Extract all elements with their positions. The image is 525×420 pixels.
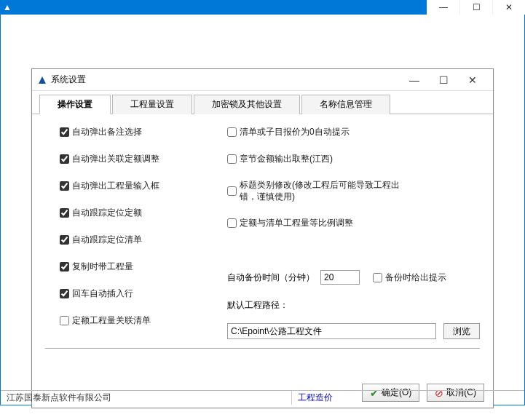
option-backup-prompt[interactable]: 备份时给出提示 bbox=[373, 272, 446, 284]
option-label: 章节金额输出取整(江西) bbox=[240, 153, 333, 165]
checkbox[interactable] bbox=[60, 127, 69, 137]
checkbox[interactable] bbox=[60, 208, 69, 218]
option-auto-track-quota[interactable]: 自动跟踪定位定额 bbox=[60, 207, 213, 219]
outer-window-controls: — ☐ ✕ bbox=[427, 0, 525, 15]
option-chapter-amount-round[interactable]: 章节金额输出取整(江西) bbox=[227, 153, 480, 165]
dialog-window-controls: — ☐ ✕ bbox=[400, 70, 487, 90]
browse-button[interactable]: 浏览 bbox=[443, 323, 480, 339]
tab-label: 操作设置 bbox=[58, 99, 92, 109]
close-button[interactable]: ✕ bbox=[492, 0, 525, 15]
option-label: 定额与清单工程量等比例调整 bbox=[240, 217, 353, 229]
option-label: 自动跟踪定位定额 bbox=[72, 207, 142, 219]
tab-label: 名称信息管理 bbox=[320, 99, 372, 109]
option-label: 回车自动插入行 bbox=[72, 288, 133, 300]
tab-quantity-settings[interactable]: 工程量设置 bbox=[112, 95, 192, 114]
checkbox[interactable] bbox=[227, 127, 237, 137]
option-zero-price-prompt[interactable]: 清单或子目报价为0自动提示 bbox=[227, 126, 480, 138]
checkbox[interactable] bbox=[60, 181, 69, 191]
option-label: 自动弹出工程量输入框 bbox=[72, 180, 159, 192]
option-auto-track-list[interactable]: 自动跟踪定位清单 bbox=[60, 234, 213, 246]
dialog-close-button[interactable]: ✕ bbox=[458, 70, 487, 90]
svg-marker-0 bbox=[39, 76, 46, 84]
option-title-category-modify[interactable]: 标题类别修改(修改工程后可能导致工程出错，谨慎使用) bbox=[227, 180, 480, 202]
option-auto-popup-related-adjust[interactable]: 自动弹出关联定额调整 bbox=[60, 153, 213, 165]
outer-window-titlebar: ▲ — ☐ ✕ bbox=[0, 0, 525, 15]
tabs: 操作设置 工程量设置 加密锁及其他设置 名称信息管理 bbox=[32, 94, 493, 114]
checkbox[interactable] bbox=[60, 316, 69, 325]
checkbox[interactable] bbox=[60, 262, 69, 272]
option-label: 清单或子目报价为0自动提示 bbox=[240, 126, 350, 138]
option-label: 标题类别修改(修改工程后可能导致工程出错，谨慎使用) bbox=[240, 180, 407, 202]
status-bar: 江苏国泰新点软件有限公司 工程造价 bbox=[1, 390, 524, 405]
checkbox[interactable] bbox=[373, 273, 382, 282]
left-options-column: 自动弹出备注选择 自动弹出关联定额调整 自动弹出工程量输入框 自动跟踪定位定额 … bbox=[60, 126, 213, 339]
option-quota-list-ratio-adjust[interactable]: 定额与清单工程量等比例调整 bbox=[227, 217, 480, 229]
checkbox[interactable] bbox=[227, 218, 237, 228]
option-label: 复制时带工程量 bbox=[72, 261, 133, 273]
option-quota-quantity-link-list[interactable]: 定额工程量关联清单 bbox=[60, 314, 213, 327]
content-divider bbox=[45, 348, 480, 349]
backup-row: 自动备份时间（分钟） 备份时给出提示 bbox=[227, 270, 480, 285]
checkbox[interactable] bbox=[60, 289, 69, 298]
dialog-titlebar: 系统设置 — ☐ ✕ bbox=[32, 69, 493, 91]
minimize-button[interactable]: — bbox=[427, 0, 459, 15]
path-row: 浏览 bbox=[227, 323, 480, 339]
status-company: 江苏国泰新点软件有限公司 bbox=[1, 391, 292, 405]
outer-window-body: 系统设置 — ☐ ✕ 操作设置 工程量设置 加密锁及其他设置 名称信息管理 自动… bbox=[0, 15, 525, 405]
dialog-maximize-button[interactable]: ☐ bbox=[429, 70, 458, 90]
checkbox[interactable] bbox=[227, 186, 237, 196]
default-path-input[interactable] bbox=[227, 323, 436, 339]
tab-name-info-management[interactable]: 名称信息管理 bbox=[301, 95, 390, 114]
option-label: 自动弹出关联定额调整 bbox=[72, 153, 159, 165]
app-logo-icon bbox=[38, 76, 47, 84]
option-label: 自动跟踪定位清单 bbox=[72, 234, 142, 246]
option-copy-with-quantity[interactable]: 复制时带工程量 bbox=[60, 261, 213, 273]
option-enter-auto-insert-row[interactable]: 回车自动插入行 bbox=[60, 288, 213, 300]
default-path-label: 默认工程路径： bbox=[227, 299, 480, 312]
option-label: 自动弹出备注选择 bbox=[72, 126, 142, 138]
tab-dongle-settings[interactable]: 加密锁及其他设置 bbox=[194, 95, 300, 114]
outer-window-title: ▲ bbox=[3, 2, 12, 12]
option-auto-popup-remark[interactable]: 自动弹出备注选择 bbox=[60, 126, 213, 138]
right-options-column: 清单或子目报价为0自动提示 章节金额输出取整(江西) 标题类别修改(修改工程后可… bbox=[227, 126, 480, 339]
option-label: 备份时给出提示 bbox=[385, 272, 446, 284]
dialog-minimize-button[interactable]: — bbox=[400, 70, 429, 90]
maximize-button[interactable]: ☐ bbox=[459, 0, 492, 15]
tab-label: 工程量设置 bbox=[130, 99, 174, 109]
option-auto-popup-quantity-input[interactable]: 自动弹出工程量输入框 bbox=[60, 180, 213, 192]
tab-label: 加密锁及其他设置 bbox=[212, 99, 282, 109]
status-product: 工程造价 bbox=[292, 391, 339, 405]
dialog-content: 自动弹出备注选择 自动弹出关联定额调整 自动弹出工程量输入框 自动跟踪定位定额 … bbox=[32, 114, 493, 378]
backup-minutes-input[interactable] bbox=[320, 270, 360, 285]
checkbox[interactable] bbox=[227, 154, 237, 164]
dialog-title: 系统设置 bbox=[51, 74, 86, 86]
backup-label: 自动备份时间（分钟） bbox=[227, 272, 315, 284]
settings-dialog: 系统设置 — ☐ ✕ 操作设置 工程量设置 加密锁及其他设置 名称信息管理 自动… bbox=[31, 68, 494, 408]
checkbox[interactable] bbox=[60, 235, 69, 245]
option-label: 定额工程量关联清单 bbox=[72, 314, 151, 327]
checkbox[interactable] bbox=[60, 154, 69, 164]
tab-operation-settings[interactable]: 操作设置 bbox=[39, 95, 111, 114]
